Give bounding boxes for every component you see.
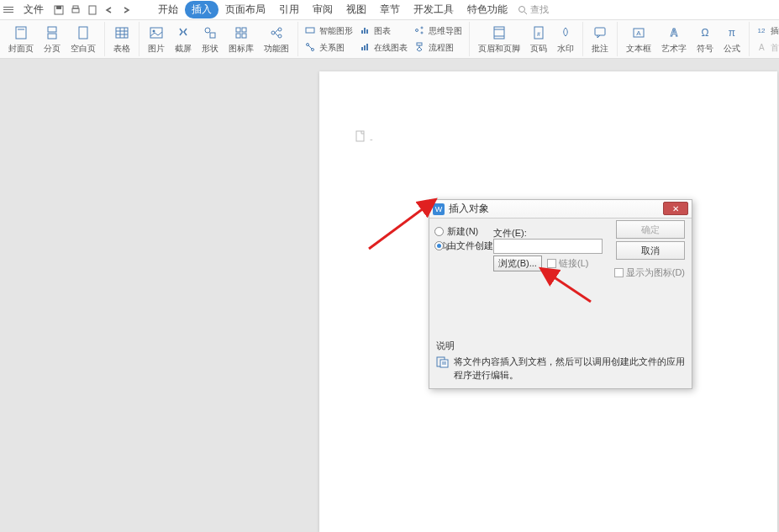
insert-number-button[interactable]: 12 插入数字 <box>753 23 779 40</box>
svg-rect-2 <box>72 8 79 13</box>
shapes-icon <box>202 24 218 41</box>
blank-label: 空白页 <box>71 43 96 55</box>
symbol-button[interactable]: Ω 符号 <box>692 22 718 56</box>
radio-new-circle <box>434 227 444 236</box>
description-section: 说明 将文件内容插入到文档，然后可以调用创建此文件的应用程序进行编辑。 <box>436 340 685 382</box>
search-placeholder: 查找 <box>530 3 549 16</box>
tab-insert[interactable]: 插入 <box>185 1 218 18</box>
page-number-button[interactable]: # 页码 <box>525 22 552 56</box>
equation-button[interactable]: π 公式 <box>718 22 745 56</box>
file-path-input[interactable] <box>493 239 603 254</box>
wordart-button[interactable]: A 艺术字 <box>656 22 692 56</box>
chart-icon <box>360 25 371 37</box>
tab-references[interactable]: 引用 <box>272 1 306 18</box>
show-as-icon-checkbox[interactable]: 显示为图标(D) <box>614 266 685 279</box>
header-footer-label: 页眉和页脚 <box>478 43 520 55</box>
close-icon[interactable]: ✕ <box>663 202 688 215</box>
svg-text:π: π <box>729 27 735 39</box>
svg-point-26 <box>278 28 282 31</box>
relationship-label: 关系图 <box>319 42 345 54</box>
cover-label: 封面页 <box>8 43 34 55</box>
menu-icon[interactable] <box>3 5 13 15</box>
screenshot-icon <box>175 24 192 41</box>
break-label: 分页 <box>44 43 61 55</box>
redo-icon[interactable] <box>119 3 133 17</box>
icon-library-icon <box>233 24 250 41</box>
blank-page-button[interactable]: 空白页 <box>66 22 101 56</box>
radio-new-label: 新建(N) <box>447 225 478 238</box>
print-icon[interactable] <box>69 3 82 17</box>
smart-shape-label: 智能图形 <box>319 25 353 37</box>
print-preview-icon[interactable] <box>86 3 99 17</box>
svg-rect-11 <box>79 27 87 39</box>
save-icon[interactable] <box>52 3 66 17</box>
show-icon-checkbox-box <box>614 268 624 277</box>
svg-point-18 <box>153 29 155 32</box>
picture-icon <box>148 24 165 41</box>
svg-line-6 <box>524 12 527 14</box>
smart-shape-icon <box>305 25 317 37</box>
first-page-button[interactable]: A 首字下沉 <box>753 40 779 56</box>
page-break-button[interactable]: 分页 <box>39 22 66 56</box>
table-label: 表格 <box>113 43 130 55</box>
dialog-titlebar[interactable]: W 插入对象 ✕ <box>429 200 692 219</box>
description-icon <box>436 356 450 369</box>
tab-page-layout[interactable]: 页面布局 <box>218 1 272 18</box>
svg-rect-20 <box>210 33 215 38</box>
online-chart-button[interactable]: 在线图表 <box>356 40 411 56</box>
mindmap-icon <box>414 25 426 37</box>
comment-icon <box>592 24 608 41</box>
show-icon-checkbox-label: 显示为图标(D) <box>626 266 685 279</box>
svg-rect-22 <box>242 28 246 32</box>
flowchart-button[interactable]: 流程图 <box>411 40 466 56</box>
page-number-icon: # <box>530 24 547 41</box>
ok-label: 确定 <box>641 224 660 236</box>
tab-chapter[interactable]: 章节 <box>373 1 407 18</box>
shapes-button[interactable]: 形状 <box>197 22 224 56</box>
smart-shape-button[interactable]: 智能图形 <box>302 23 356 40</box>
cover-page-icon <box>13 24 29 41</box>
ok-button[interactable]: 确定 <box>616 220 685 239</box>
icons-button[interactable]: 图标库 <box>224 22 259 56</box>
textbox-icon: A <box>630 24 647 41</box>
table-button[interactable]: 表格 <box>108 22 135 56</box>
browse-label: 浏览(B)... <box>498 257 537 270</box>
tab-review[interactable]: 审阅 <box>306 1 339 18</box>
page-marker-icon: - <box>355 130 373 144</box>
tab-start[interactable]: 开始 <box>151 1 185 18</box>
svg-rect-23 <box>236 34 240 38</box>
textbox-button[interactable]: A 文本框 <box>621 22 656 56</box>
svg-text:12: 12 <box>758 27 766 34</box>
insert-number-label: 插入数字 <box>771 25 779 37</box>
smartart-label: 功能图 <box>264 43 289 55</box>
search-box[interactable]: 查找 <box>514 3 552 16</box>
screenshot-button[interactable]: 截屏 <box>170 22 197 56</box>
link-checkbox[interactable]: 链接(L) <box>547 257 588 270</box>
svg-rect-35 <box>364 28 366 34</box>
picture-label: 图片 <box>148 43 165 55</box>
tab-developer[interactable]: 开发工具 <box>407 1 461 18</box>
svg-text:A: A <box>759 43 765 52</box>
mindmap-button[interactable]: 思维导图 <box>411 23 466 40</box>
svg-rect-43 <box>417 43 422 45</box>
menu-file[interactable]: 文件 <box>17 1 50 18</box>
watermark-button[interactable]: 水印 <box>552 22 579 56</box>
undo-icon[interactable] <box>103 3 116 17</box>
cover-page-button[interactable]: 封面页 <box>3 22 39 56</box>
picture-button[interactable]: 图片 <box>143 22 170 56</box>
comment-button[interactable]: 批注 <box>587 22 613 56</box>
svg-rect-38 <box>364 45 366 50</box>
blank-page-icon <box>75 24 92 41</box>
svg-rect-4 <box>89 6 96 14</box>
cancel-button[interactable]: 取消 <box>616 241 685 260</box>
relationship-button[interactable]: 关系图 <box>302 40 356 56</box>
chart-button[interactable]: 图表 <box>356 23 411 40</box>
chart-label: 图表 <box>374 25 391 37</box>
tab-special[interactable]: 特色功能 <box>461 1 514 18</box>
svg-line-29 <box>275 33 278 36</box>
header-footer-button[interactable]: 页眉和页脚 <box>473 22 525 56</box>
browse-button[interactable]: 浏览(B)... <box>493 255 542 271</box>
tab-view[interactable]: 视图 <box>339 1 373 18</box>
smartart-button[interactable]: 功能图 <box>259 22 294 56</box>
online-chart-label: 在线图表 <box>374 42 408 54</box>
